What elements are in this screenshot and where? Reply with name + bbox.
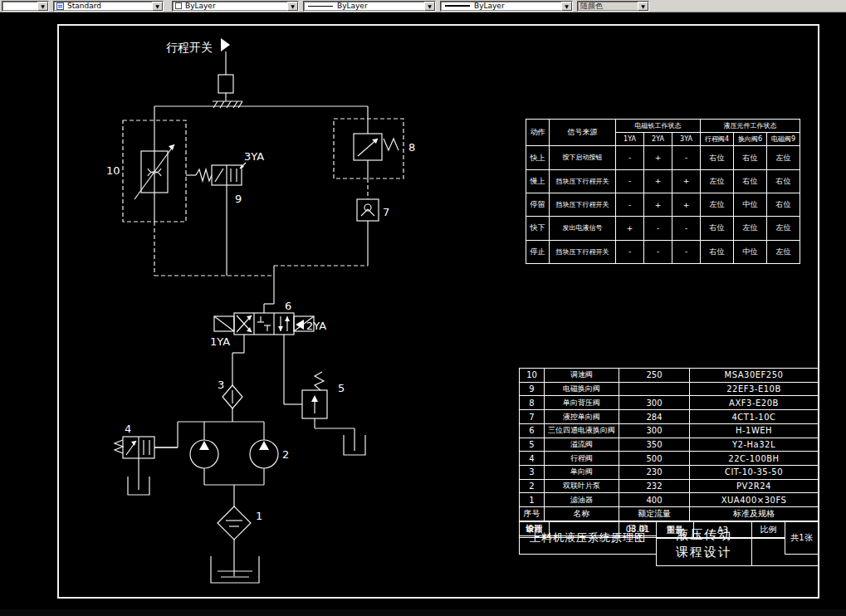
state-value: 中位 <box>734 240 767 263</box>
state-value: 右位 <box>734 146 767 169</box>
state-value: 右位 <box>701 240 734 263</box>
lineweight-combo[interactable]: ByLayer ▼ <box>440 1 573 12</box>
parts-footer-flow: 额定流量 <box>619 507 690 521</box>
part-spec: XUA400×30FS <box>690 493 819 507</box>
part-name: 单向背压阀 <box>545 396 619 410</box>
state-action: 快上 <box>526 146 550 169</box>
style-icon <box>56 2 64 10</box>
parts-footer-no: 序号 <box>520 507 545 521</box>
state-row: 慢上 挡块压下行程开关 - + + 左位 右位 右位 <box>526 169 800 193</box>
course-line1: 液压传动 <box>676 526 732 544</box>
state-row: 快下 发出电液信号 + - - 右位 左位 左位 <box>526 217 800 240</box>
state-value: 中位 <box>734 193 767 216</box>
part-no: 2 <box>520 479 545 493</box>
lineweight-combo-value: ByLayer <box>474 2 505 10</box>
part-name: 溢流阀 <box>545 438 619 452</box>
part-no: 9 <box>520 382 545 396</box>
review-value <box>549 521 619 538</box>
plot-style-combo: 随颜色 ▼ <box>577 1 649 12</box>
state-value: - <box>616 240 644 263</box>
course-title: 液压传动 课程设计 <box>656 521 752 566</box>
text-style-combo[interactable]: Standard ▼ <box>53 1 164 12</box>
state-action: 停留 <box>526 193 550 216</box>
travel-switch: 行程开关 <box>166 38 242 108</box>
part-spec: 22EF3-E10B <box>690 382 819 396</box>
part-flow: 400 <box>619 493 690 507</box>
parts-row: 9 电磁换向阀 22EF3-E10B <box>520 382 819 396</box>
part-no: 5 <box>520 438 545 452</box>
pilot-lines <box>154 266 368 313</box>
state-header-signal: 信号来源 <box>550 120 616 146</box>
state-value: - <box>644 217 672 240</box>
parts-table: 10 调速阀 250 MSA30EF250 9 电磁换向阀 22EF3-E10B… <box>519 368 819 521</box>
state-subheader: 行程阀4 <box>701 133 734 146</box>
dropdown-arrow-icon[interactable]: ▼ <box>37 2 48 11</box>
dropdown-arrow-icon[interactable]: ▼ <box>287 2 298 11</box>
part-flow: 300 <box>619 396 690 410</box>
bottom-strip <box>0 609 846 616</box>
state-signal: 按下启动按钮 <box>550 146 616 169</box>
state-header-hydraulics: 液压元件工作状态 <box>701 120 800 133</box>
label-2: 2 <box>282 448 289 461</box>
dropdown-arrow-icon[interactable]: ▼ <box>424 2 435 11</box>
part-flow: 230 <box>619 466 690 480</box>
dropdown-arrow-icon[interactable]: ▼ <box>152 2 163 11</box>
linetype-combo-value: ByLayer <box>337 2 368 10</box>
color-combo[interactable]: ByLayer ▼ <box>172 1 299 12</box>
travel-valve-4: 4 <box>115 423 178 495</box>
label-9: 9 <box>235 193 242 205</box>
text-style-value: Standard <box>67 2 101 10</box>
state-value: + <box>672 193 701 216</box>
state-value: 右位 <box>767 193 800 216</box>
part-flow: 300 <box>619 423 690 438</box>
linetype-sample-icon <box>308 6 333 7</box>
state-value: + <box>616 217 644 240</box>
state-value: + <box>644 169 672 193</box>
course-line2: 课程设计 <box>676 544 732 561</box>
state-value: + <box>644 193 672 216</box>
state-value: - <box>672 240 701 263</box>
dropdown-arrow-icon[interactable]: ▼ <box>561 2 572 11</box>
part-flow: 232 <box>619 479 690 493</box>
part-no: 10 <box>520 369 545 383</box>
pump-manifold-lines <box>154 422 264 447</box>
part-no: 1 <box>520 493 545 507</box>
state-subheader: 2YA <box>644 133 672 146</box>
part-name: 液控单向阀 <box>545 410 619 424</box>
part-spec: Y2-Ha32L <box>690 438 819 452</box>
part-no: 3 <box>520 466 545 480</box>
parts-row: 7 液控单向阀 284 4CT1-10C <box>520 410 819 424</box>
part-spec: 4CT1-10C <box>690 410 819 424</box>
part-flow <box>619 382 690 396</box>
part-flow: 250 <box>619 369 690 383</box>
part-name: 单向阀 <box>545 466 619 480</box>
state-table: 动作 信号来源 电磁铁工作状态 液压元件工作状态 1YA 2YA 3YA 行程阀… <box>526 119 800 264</box>
lineweight-sample-icon <box>445 5 470 7</box>
color-swatch-icon <box>175 2 182 9</box>
parts-footer-spec: 标准及规格 <box>690 507 819 521</box>
review-label: 审核 <box>519 521 550 538</box>
layer-combo[interactable]: ▼ <box>2 1 49 12</box>
linetype-combo[interactable]: ByLayer ▼ <box>303 1 436 12</box>
state-value: 右位 <box>767 169 800 193</box>
color-combo-value: ByLayer <box>185 2 216 10</box>
state-subheader: 换向阀6 <box>734 133 767 146</box>
solenoid-valve-9: 3YA 9 <box>186 150 264 276</box>
part-name: 滤油器 <box>545 493 619 507</box>
state-row: 停止 挡块压下行程开关 - - - 右位 中位 左位 <box>526 240 800 263</box>
state-header-solenoids: 电磁铁工作状态 <box>616 120 701 133</box>
state-action: 停止 <box>526 240 550 263</box>
state-value: - <box>616 146 644 169</box>
state-value: 左位 <box>734 217 767 240</box>
label-2ya: 2YA <box>306 320 326 332</box>
filter-1: 1 <box>211 506 262 583</box>
drawing-canvas[interactable]: 行程开关 10 <box>0 12 846 609</box>
label-3: 3 <box>218 379 224 391</box>
label-3ya: 3YA <box>244 150 264 163</box>
state-action: 慢上 <box>526 169 550 193</box>
part-name: 行程阀 <box>545 452 619 466</box>
double-vane-pump-2: 2 <box>190 440 289 506</box>
part-spec: CIT-10-35-50 <box>690 466 819 480</box>
part-no: 4 <box>520 452 545 466</box>
label-8: 8 <box>408 141 415 154</box>
